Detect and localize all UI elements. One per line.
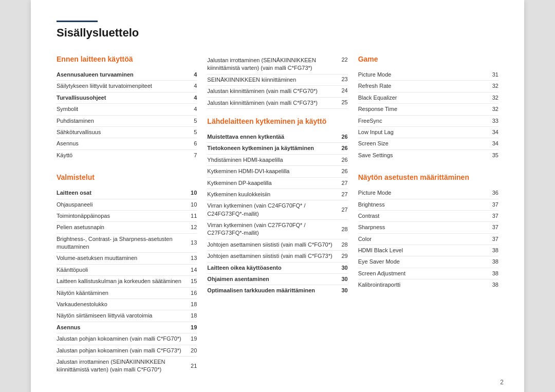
section-nayton-table: Picture Mode36Brightness37Contrast37Shar… (358, 188, 498, 291)
item-page: 32 (488, 104, 498, 115)
item-label: Johtojen asettaminen siististi (vain mal… (207, 251, 337, 262)
item-label: Näytön siirtämiseen liittyviä varotoimia (57, 310, 187, 322)
item-label: Sähköturvallisuus (57, 126, 187, 138)
title-bar (57, 21, 98, 22)
item-label: FreeSync (358, 115, 488, 126)
list-item: Käyttö7 (57, 150, 197, 161)
section-lahde-title: Lähdelaitteen kytkeminen ja käyttö (207, 117, 347, 125)
item-page: 27 (337, 177, 347, 189)
list-item: Asennus6 (57, 138, 197, 150)
item-label: Käänttöpuoli (57, 264, 187, 275)
item-page: 13 (187, 253, 197, 264)
item-label: Eye Saver Mode (358, 256, 488, 268)
item-page: 33 (488, 115, 498, 126)
item-page: 37 (488, 233, 498, 245)
list-item: Laitteen oikea käyttöasento30 (207, 262, 347, 273)
list-item: Muistettava ennen kytkentää26 (207, 132, 347, 143)
item-page: 34 (488, 138, 498, 150)
list-item: Optimaalisen tarkkuuden määrittäminen30 (207, 285, 347, 296)
item-page: 26 (337, 154, 347, 165)
item-label: Kytkeminen kuulokkeisiin (207, 189, 337, 200)
list-item: Low Input Lag34 (358, 126, 498, 138)
list-item: Laitteen kallistuskulman ja korkeuden sä… (57, 276, 197, 287)
item-page: 32 (488, 92, 498, 103)
section-valmistelut-title: Valmistelut (57, 173, 197, 181)
item-page: 38 (488, 245, 498, 256)
list-item: Brightness37 (358, 199, 498, 210)
item-page: 7 (187, 150, 197, 161)
item-label: Volume-asetuksen muuttaminen (57, 253, 187, 264)
item-page: 16 (187, 287, 197, 298)
item-page: 36 (488, 188, 498, 199)
column-3: Game Picture Mode31Refresh Rate32Black E… (358, 55, 498, 376)
list-item: Asennusalueen turvaaminen4 (57, 69, 197, 81)
item-label: Pelien asetusnapin (57, 222, 187, 233)
list-item: Puhdistaminen5 (57, 115, 197, 126)
item-label: Screen Adjustment (358, 268, 488, 279)
item-page: 30 (337, 285, 347, 296)
item-label: Muistettava ennen kytkentää (207, 132, 337, 143)
item-label: Ohjauspaneeli (57, 199, 187, 210)
item-label: Toimintonäppäinopas (57, 210, 187, 221)
list-item: Virran kytkeminen (vain C24FG70FQ* / C24… (207, 200, 347, 220)
item-label: Näytön kääntäminen (57, 287, 187, 298)
item-label: Jalustan irrottaminen (SEINÄKIINNIKKEEN … (57, 356, 187, 375)
item-label: Kytkeminen DP-kaapelilla (207, 177, 337, 189)
list-item: Volume-asetuksen muuttaminen13 (57, 253, 197, 264)
list-item: Pelien asetusnapin12 (57, 222, 197, 233)
item-label: Brightness (358, 199, 488, 210)
list-item: Kytkeminen HDMI-DVI-kaapelilla26 (207, 166, 347, 177)
list-item: Eye Saver Mode38 (358, 256, 498, 268)
list-item: FreeSync33 (358, 115, 498, 126)
item-label: Asennus (57, 322, 187, 333)
item-label: Brightness-, Contrast- ja Sharpness-aset… (57, 233, 187, 253)
item-label: Jalustan pohjan kokoaminen (vain malli C… (57, 345, 187, 356)
item-page: 27 (337, 200, 347, 220)
item-label: Johtojen asettaminen siististi (vain mal… (207, 239, 337, 250)
page: Sisällysluettelo Ennen laitteen käyttöä … (31, 0, 524, 392)
item-page: 27 (337, 189, 347, 200)
list-item: Näytön siirtämiseen liittyviä varotoimia… (57, 310, 197, 322)
section-nayton-title: Näytön asetusten määrittäminen (358, 173, 498, 181)
item-page: 4 (187, 92, 197, 103)
list-item: Kytkeminen kuulokkeisiin27 (207, 189, 347, 200)
list-item: Jalustan pohjan kokoaminen (vain malli C… (57, 345, 197, 356)
item-page: 24 (341, 87, 347, 94)
item-page: 5 (187, 126, 197, 138)
list-item: Yhdistäminen HDMI-kaapelilla26 (207, 154, 347, 165)
list-item: Picture Mode36 (358, 188, 498, 199)
list-item: Johtojen asettaminen siististi (vain mal… (207, 251, 347, 262)
item-page: 5 (187, 115, 197, 126)
item-label: Turvallisuusohjeet (57, 92, 187, 103)
item-page: 38 (488, 279, 498, 291)
list-item: Screen Adjustment38 (358, 268, 498, 279)
item-label: Save Settings (358, 150, 488, 161)
item-page: 19 (187, 333, 197, 345)
item-label: Sharpness (358, 222, 488, 233)
item-page: 28 (337, 239, 347, 250)
list-item: Johtojen asettaminen siististi (vain mal… (207, 239, 347, 250)
item-label: Virran kytkeminen (vain C27FG70FQ* / C27… (207, 220, 337, 239)
list-item: Refresh Rate32 (358, 81, 498, 92)
item-label: Jalustan kiinnittäminen (vain malli C*FG… (207, 87, 341, 95)
page-number: 2 (500, 379, 504, 386)
list-item: SEINÄKIINNIKKEEN kiinnittäminen23 (207, 74, 347, 86)
item-page: 37 (488, 210, 498, 221)
list-item: Turvallisuusohjeet4 (57, 92, 197, 103)
item-label: Contrast (358, 210, 488, 221)
item-page: 18 (187, 299, 197, 310)
list-item: Jalustan pohjan kokoaminen (vain malli C… (57, 333, 197, 345)
list-item: Symbolit4 (57, 104, 197, 115)
item-page: 4 (187, 104, 197, 115)
item-label: Asennus (57, 138, 187, 150)
section-valmistelut-table: Laitteen osat10Ohjauspaneeli10Toimintonä… (57, 188, 197, 376)
list-item: Käänttöpuoli14 (57, 264, 197, 275)
item-page: 34 (488, 126, 498, 138)
item-label: Asennusalueen turvaaminen (57, 69, 187, 81)
item-page: 19 (187, 322, 197, 333)
item-label: Laitteen kallistuskulman ja korkeuden sä… (57, 276, 187, 287)
item-page: 10 (187, 188, 197, 199)
item-page: 4 (187, 69, 197, 81)
list-item: Jalustan irrottaminen (SEINÄKIINNIKKEEN … (57, 356, 197, 375)
item-page: 26 (337, 143, 347, 154)
